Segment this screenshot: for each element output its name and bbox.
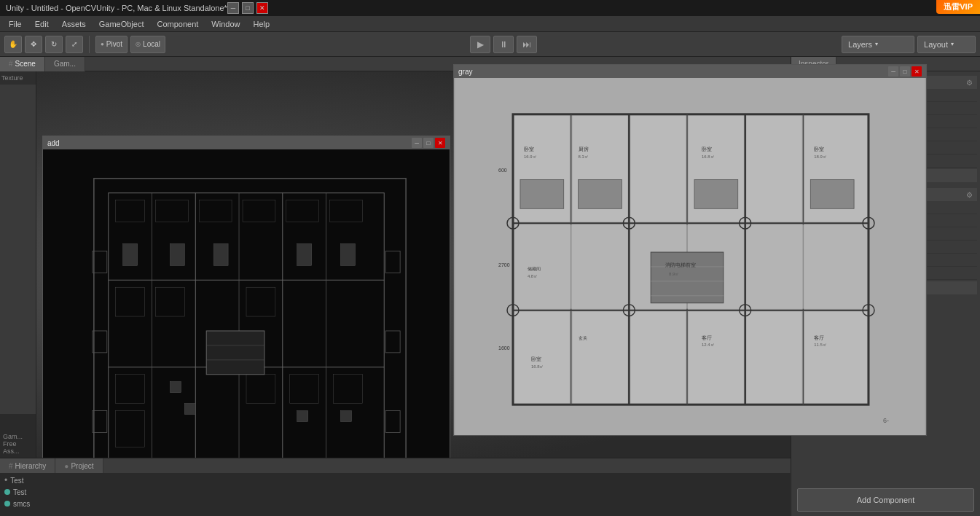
add-component-button[interactable]: Add Component: [797, 488, 974, 512]
title-bar: Unity - Untitled - OpenCVUnity - PC, Mac…: [0, 0, 980, 16]
menu-gameobject[interactable]: GameObject: [93, 18, 150, 30]
svg-rect-21: [116, 375, 145, 404]
menu-edit[interactable]: Edit: [29, 18, 55, 30]
texture-label: Texture: [0, 71, 36, 85]
gray-window-minimize[interactable]: ─: [888, 66, 898, 77]
hierarchy-item-smcs[interactable]: smcs: [4, 498, 785, 509]
svg-rect-43: [385, 331, 400, 353]
pivot-btn[interactable]: ● Pivot: [95, 36, 128, 53]
svg-text:客厅: 客厅: [702, 335, 712, 340]
svg-text:卧室: 卧室: [531, 356, 541, 361]
svg-text:卧室: 卧室: [524, 146, 534, 152]
svg-rect-35: [170, 382, 181, 393]
gray-window-controls: ─ □ ✕: [888, 66, 922, 77]
menu-window[interactable]: Window: [205, 18, 246, 30]
gray-cv-window: gray ─ □ ✕: [453, 64, 927, 436]
svg-rect-26: [334, 375, 363, 404]
pivot-icon: ●: [101, 41, 104, 47]
menu-assets[interactable]: Assets: [56, 18, 92, 30]
svg-rect-20: [156, 287, 185, 316]
svg-text:2700: 2700: [498, 262, 510, 267]
svg-rect-14: [156, 200, 189, 222]
gray-window-content: 卧室 16.9㎡ 厨房 8.3㎡ 卧室 16.8㎡ 卧室 18.9㎡ 储藏间 4…: [454, 78, 926, 435]
game-tab-label: Gam...: [54, 60, 76, 68]
scale-tool-btn[interactable]: ⤢: [66, 36, 83, 53]
svg-rect-15: [199, 200, 232, 222]
hierarchy-hashtag: #: [9, 462, 13, 470]
move-tool-btn[interactable]: ✥: [25, 36, 42, 53]
svg-text:12.4㎡: 12.4㎡: [702, 343, 715, 347]
hierarchy-bottom-tab[interactable]: # Hierarchy: [0, 458, 55, 473]
gray-window-close[interactable]: ✕: [912, 66, 922, 77]
separator-1: [89, 36, 90, 53]
local-btn[interactable]: ◎ Local: [130, 36, 165, 53]
svg-text:8.9㎡: 8.9㎡: [669, 272, 679, 276]
green-dot-icon-2: [4, 501, 10, 507]
gear-icon-2[interactable]: ⚙: [966, 191, 973, 199]
svg-rect-67: [514, 312, 570, 403]
bullet-icon: •: [4, 475, 7, 485]
layout-dropdown[interactable]: Layout ▾: [917, 36, 976, 53]
svg-rect-18: [330, 200, 363, 222]
svg-rect-17: [286, 200, 319, 222]
hierarchy-item-test-dot[interactable]: Test: [4, 486, 785, 498]
svg-rect-25: [290, 375, 319, 404]
svg-text:11.5㎡: 11.5㎡: [814, 343, 827, 347]
add-window-minimize[interactable]: ─: [412, 138, 422, 148]
vip-banner[interactable]: 迅雷VIP: [936, 0, 980, 14]
menu-bar: File Edit Assets GameObject Component Wi…: [0, 16, 980, 32]
add-window-content: [43, 149, 450, 458]
rotate-tool-btn[interactable]: ↻: [45, 36, 63, 53]
svg-rect-19: [116, 287, 145, 316]
toolbar: ✋ ✥ ↻ ⤢ ● Pivot ◎ Local ▶ ⏸ ⏭ Layers ▾ L…: [0, 32, 980, 57]
svg-rect-70: [689, 312, 744, 403]
menu-component[interactable]: Component: [151, 18, 204, 30]
svg-rect-44: [385, 411, 400, 433]
add-window-title: add: [47, 139, 60, 147]
project-bottom-tab[interactable]: ● Project: [55, 458, 103, 473]
svg-rect-0: [94, 179, 406, 458]
add-window-titlebar[interactable]: add ─ □ ✕: [43, 136, 450, 149]
gray-window-titlebar[interactable]: gray ─ □ ✕: [454, 65, 926, 78]
green-dot-icon: [4, 489, 10, 495]
gear-icon-1[interactable]: ⚙: [966, 79, 973, 87]
hand-tool-btn[interactable]: ✋: [4, 36, 22, 53]
add-window-maximize[interactable]: □: [423, 138, 434, 148]
hashtag-icon: #: [9, 60, 13, 68]
gray-window-maximize[interactable]: □: [900, 66, 910, 77]
menu-help[interactable]: Help: [247, 18, 275, 30]
svg-rect-73: [520, 179, 564, 208]
close-btn[interactable]: ✕: [256, 2, 268, 14]
free-assets-label: Free Ass...: [3, 440, 33, 455]
gray-window-title: gray: [458, 68, 472, 76]
svg-rect-76: [810, 179, 854, 208]
svg-rect-31: [340, 243, 355, 265]
game-tab[interactable]: Gam...: [45, 57, 85, 71]
bottom-panels-tabs: # Hierarchy ● Project: [0, 458, 791, 473]
svg-rect-39: [93, 251, 107, 273]
svg-rect-40: [93, 331, 107, 353]
maximize-btn[interactable]: □: [242, 2, 254, 14]
chevron-down-icon-2: ▾: [951, 41, 954, 47]
add-window-close[interactable]: ✕: [435, 138, 445, 148]
pause-btn[interactable]: ⏸: [493, 36, 514, 53]
scene-tab[interactable]: # Scene: [0, 57, 45, 71]
svg-text:1600: 1600: [498, 345, 510, 351]
svg-rect-69: [630, 312, 686, 403]
svg-text:卧室: 卧室: [702, 146, 712, 152]
bottom-panels-content: • Test Test smcs: [0, 473, 791, 516]
play-btn[interactable]: ▶: [470, 36, 490, 53]
svg-text:玄关: 玄关: [579, 335, 587, 340]
svg-rect-16: [243, 200, 275, 222]
svg-rect-71: [747, 312, 802, 403]
bottom-panels: # Hierarchy ● Project • Test: [0, 458, 791, 516]
step-btn[interactable]: ⏭: [517, 36, 537, 53]
add-window-controls: ─ □ ✕: [412, 138, 445, 148]
svg-text:6-: 6-: [883, 417, 889, 424]
svg-text:卧室: 卧室: [814, 146, 824, 152]
menu-file[interactable]: File: [3, 18, 28, 30]
minimize-btn[interactable]: ─: [227, 2, 239, 14]
svg-rect-77: [651, 252, 724, 303]
layers-dropdown[interactable]: Layers ▾: [842, 36, 914, 53]
project-hashtag: ●: [64, 462, 68, 470]
